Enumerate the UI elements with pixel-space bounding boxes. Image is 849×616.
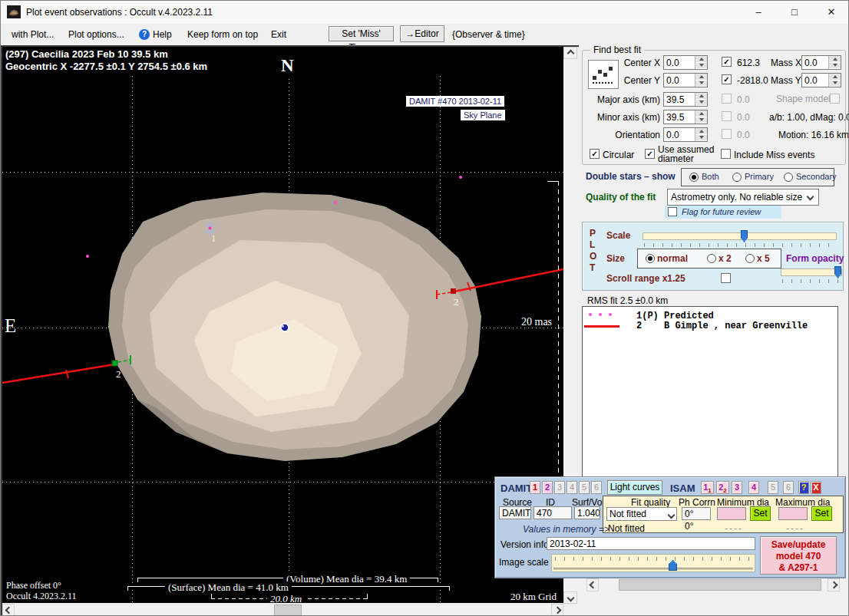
min-dia-field[interactable] (717, 507, 746, 520)
km-scale-label: 20.0 km (267, 593, 305, 603)
damit-panel: DAMIT 1 2 3 4 5 6 Light curves ISAM 11 2… (494, 476, 846, 578)
menu-exit[interactable]: Exit (271, 29, 286, 40)
source-field[interactable]: DAMIT (499, 506, 531, 519)
sky-plane-plot[interactable]: (297) Caecilia 2023 Feb 10 39.5 km Geoce… (2, 47, 563, 603)
predicted-dot-icon (609, 313, 612, 316)
menu-with-plot[interactable]: with Plot... (12, 29, 54, 40)
radio-size-x2-label[interactable]: x 2 (719, 253, 732, 264)
center-y-spinner[interactable]: 0.0 (663, 73, 708, 87)
menu-plot-options[interactable]: Plot options... (68, 29, 124, 40)
editor-button[interactable]: →Editor (400, 25, 444, 42)
maximize-button[interactable]: □ (778, 1, 811, 23)
legend-row-chord[interactable]: 2 B Gimple , near Greenville (583, 317, 837, 328)
surfvol-field[interactable]: 1.040 (574, 506, 600, 519)
plot-hscrollbar[interactable] (2, 604, 563, 616)
size-label: Size (606, 253, 625, 264)
radio-size-normal-label[interactable]: normal (657, 253, 688, 264)
fit-quality-select[interactable]: Not fitted (606, 507, 677, 521)
scroll-range-checkbox[interactable] (721, 273, 731, 283)
fit-table: Fit quality Ph Corrn Minimum dia Maximum… (603, 496, 844, 533)
x-offset-checkbox[interactable] (722, 57, 732, 67)
isam-model-5-button: 5 (768, 481, 778, 494)
radio-primary-label[interactable]: Primary (745, 172, 774, 181)
panel-hscrollbar[interactable] (586, 578, 840, 591)
radio-both-label[interactable]: Both (702, 172, 719, 181)
scatter-fit-icon (590, 61, 617, 87)
damit-model-4-button: 4 (567, 481, 577, 494)
y-offset-checkbox[interactable] (722, 74, 732, 84)
version-info-field[interactable]: 2013-02-11 (547, 537, 755, 550)
image-scale-track[interactable] (553, 568, 753, 570)
flag-review-checkbox[interactable] (668, 207, 677, 216)
isam-model-1-button[interactable]: 11 (701, 481, 714, 494)
scroll-down-arrow[interactable] (563, 591, 577, 604)
include-miss-label: Include Miss events (734, 150, 814, 160)
damit-model-2-button[interactable]: 2 (542, 481, 553, 494)
radio-secondary[interactable] (784, 173, 793, 182)
volume-dia-label: (Volume) Mean dia = 39.4 km (283, 573, 410, 585)
image-scale-slider[interactable] (551, 554, 755, 572)
scroll-right-arrow[interactable] (828, 578, 840, 591)
mass-y-label: Mass Y (771, 75, 801, 86)
center-x-spinner[interactable]: 0.0 (663, 55, 708, 70)
close-button[interactable]: ✕ (815, 1, 847, 23)
scroll-thumb[interactable] (619, 579, 821, 591)
menu-help[interactable]: Help (153, 29, 172, 40)
scroll-left-arrow[interactable] (586, 578, 599, 591)
use-assumed-checkbox[interactable] (645, 149, 655, 159)
damit-title: DAMIT (500, 483, 532, 494)
set-miss-times-button[interactable]: Set 'Miss' Times (329, 26, 394, 41)
quality-select[interactable]: Astrometry only. No reliable size (667, 189, 819, 206)
mass-x-spinner[interactable]: 0.0 (801, 55, 841, 70)
observation-legend-list[interactable]: 1(P) Predicted 2 B Gimple , near Greenvi… (582, 306, 838, 478)
scroll-up-arrow[interactable] (563, 47, 577, 59)
major-axis-label: Major axis (km) (586, 94, 660, 105)
radio-size-x2[interactable] (707, 254, 716, 263)
max-dia-set-button[interactable]: Set (811, 506, 832, 521)
radio-size-x5-label[interactable]: x 5 (757, 253, 770, 264)
mas-scale-label: 20 mas (521, 316, 552, 328)
damit-help-button[interactable]: ? (798, 481, 809, 494)
radio-size-normal[interactable] (646, 254, 655, 263)
orientation-spinner[interactable]: 0.0 (663, 127, 708, 142)
legend-row-predicted[interactable]: 1(P) Predicted (583, 307, 837, 318)
scroll-thumb[interactable] (274, 604, 302, 616)
bracket-tick (137, 578, 138, 582)
image-scale-thumb[interactable] (669, 560, 677, 571)
min-dia-memory: ---- (725, 523, 743, 534)
major-axis-spinner[interactable]: 39.5 (663, 92, 708, 107)
scale-slider-thumb[interactable] (741, 230, 748, 242)
major-alt-checkbox (722, 94, 732, 104)
mass-y-spinner[interactable]: 0.0 (801, 73, 841, 87)
minimize-button[interactable]: – (742, 1, 775, 23)
radio-size-x5[interactable] (745, 254, 755, 263)
isam-model-4-button[interactable]: 4 (748, 481, 759, 494)
minor-axis-spinner[interactable]: 39.5 (663, 110, 708, 124)
radio-secondary-label[interactable]: Secondary (796, 172, 837, 181)
light-curves-button[interactable]: Light curves (607, 480, 662, 495)
scale-slider-track[interactable] (643, 232, 837, 240)
save-update-button[interactable]: Save/updatemodel 470& A297-1 (760, 536, 837, 575)
isam-model-2-button[interactable]: 22 (716, 481, 729, 494)
min-dia-set-button[interactable]: Set (750, 506, 771, 521)
max-dia-field[interactable] (778, 507, 808, 520)
damit-model-1-button[interactable]: 1 (530, 481, 540, 494)
damit-close-button[interactable]: X (811, 481, 821, 494)
circular-checkbox[interactable] (590, 149, 600, 159)
opacity-slider-thumb[interactable] (834, 266, 841, 278)
help-icon: ? (139, 29, 150, 40)
radio-both[interactable] (689, 173, 699, 182)
id-field[interactable]: 470 (534, 506, 572, 519)
include-miss-checkbox[interactable] (721, 149, 731, 159)
isam-model-3-button[interactable]: 3 (732, 481, 742, 494)
scroll-right-arrow[interactable] (551, 604, 563, 616)
opacity-slider-track[interactable] (781, 268, 842, 276)
ph-corrn-memory: 0° (685, 521, 693, 532)
menu-keep-on-top[interactable]: Keep form on top (187, 29, 258, 40)
radio-primary[interactable] (732, 173, 742, 182)
orientation-alt-value: 0.0 (737, 130, 750, 140)
ph-corrn-field[interactable]: 0° (682, 507, 711, 520)
sky-plane-tag: Sky Plane (461, 110, 505, 120)
best-fit-icon-button[interactable] (588, 60, 619, 89)
scroll-left-arrow[interactable] (2, 604, 15, 616)
